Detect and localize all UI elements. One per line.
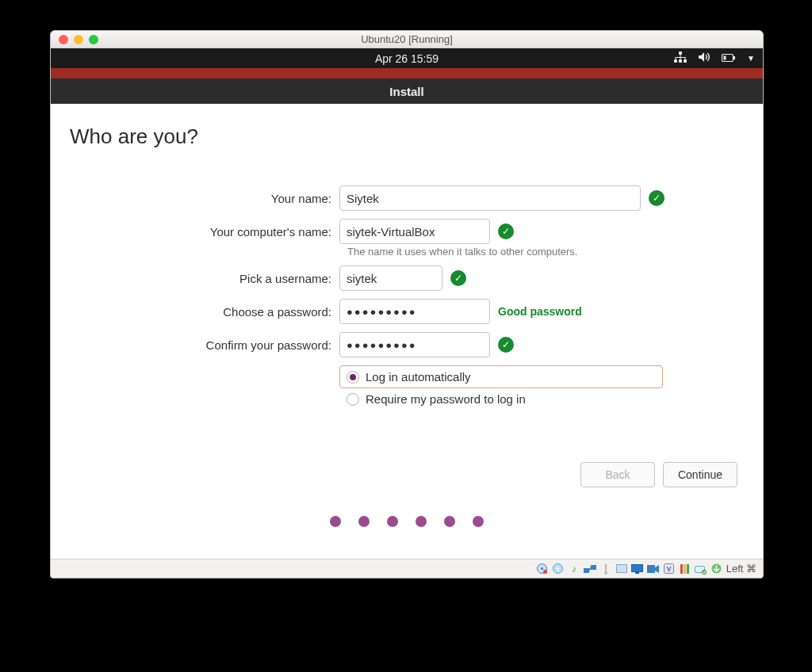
svg-rect-22 <box>647 565 655 573</box>
check-icon: ✓ <box>498 223 514 239</box>
svg-rect-8 <box>680 57 681 59</box>
dot-icon <box>330 516 341 527</box>
accent-strip <box>51 68 763 78</box>
optical-icon[interactable] <box>552 563 565 575</box>
username-input[interactable] <box>339 265 442 291</box>
login-options: Log in automatically Require my password… <box>339 365 744 410</box>
dot-icon <box>444 516 455 527</box>
host-key-arrow-icon <box>710 563 723 575</box>
your-name-input[interactable] <box>339 185 641 211</box>
svg-rect-21 <box>635 572 639 574</box>
radio-auto-login[interactable]: Log in automatically <box>339 365 663 388</box>
svg-text:V: V <box>667 565 672 573</box>
installer-title: Install <box>51 78 763 104</box>
mac-titlebar: Ubuntu20 [Running] <box>51 31 763 48</box>
password-strength: Good password <box>498 305 582 318</box>
svg-point-16 <box>557 567 559 570</box>
label-your-name: Your name: <box>70 192 339 205</box>
label-password: Choose a password: <box>70 305 339 319</box>
nav-buttons: Back Continue <box>70 462 744 487</box>
svg-rect-1 <box>674 59 677 63</box>
ubuntu-topbar: Apr 26 15:59 ▼ <box>51 48 763 68</box>
svg-rect-20 <box>632 564 643 571</box>
dot-icon <box>473 516 484 527</box>
svg-rect-11 <box>724 55 726 59</box>
check-icon: ✓ <box>498 337 514 353</box>
svg-point-14 <box>543 570 547 574</box>
radio-require-label: Require my password to log in <box>366 392 526 406</box>
window-controls <box>51 35 98 44</box>
radio-icon <box>347 371 359 384</box>
system-indicators[interactable]: ▼ <box>674 52 755 65</box>
svg-rect-2 <box>679 59 682 63</box>
user-form: Your name: ✓ Your computer's name: ✓ The… <box>70 185 744 527</box>
computer-name-help: The name it uses when it talks to other … <box>347 246 744 258</box>
recording-icon[interactable] <box>647 563 660 575</box>
network-adapter-icon[interactable] <box>584 563 596 575</box>
virtualbox-statusbar: ♪ V Left ⌘ <box>51 559 763 578</box>
vrde-icon[interactable]: V <box>663 563 676 575</box>
chevron-down-icon[interactable]: ▼ <box>747 54 755 63</box>
zoom-icon[interactable] <box>89 35 98 44</box>
check-icon: ✓ <box>450 270 466 286</box>
dot-icon <box>358 516 370 527</box>
svg-rect-17 <box>584 568 589 573</box>
dot-icon <box>416 516 427 527</box>
host-key-label: Left ⌘ <box>726 563 756 575</box>
close-icon[interactable] <box>59 35 68 44</box>
svg-point-19 <box>604 571 607 575</box>
svg-rect-3 <box>684 59 687 63</box>
label-confirm: Confirm your password: <box>70 338 339 352</box>
check-icon: ✓ <box>649 190 665 206</box>
audio-icon[interactable]: ♪ <box>568 563 580 575</box>
label-username: Pick a username: <box>70 272 339 285</box>
svg-rect-10 <box>733 56 735 59</box>
display-icon[interactable] <box>631 563 644 575</box>
shared-folder-icon[interactable] <box>615 563 628 575</box>
usb-icon[interactable] <box>599 563 612 575</box>
dot-icon <box>387 516 398 527</box>
progress-dots <box>70 516 744 527</box>
svg-rect-4 <box>680 55 681 57</box>
svg-rect-6 <box>676 57 676 59</box>
battery-icon[interactable] <box>722 52 736 65</box>
computer-name-input[interactable] <box>339 219 490 244</box>
clock: Apr 26 15:59 <box>375 52 439 65</box>
label-computer-name: Your computer's name: <box>70 225 339 239</box>
window-title: Ubuntu20 [Running] <box>51 33 763 45</box>
confirm-password-input[interactable] <box>339 332 490 357</box>
installer-content: Who are you? Your name: ✓ Your computer'… <box>51 104 763 559</box>
svg-rect-18 <box>591 565 596 570</box>
radio-auto-label: Log in automatically <box>366 370 471 384</box>
svg-point-13 <box>541 567 543 570</box>
harddisk-icon[interactable] <box>536 563 549 575</box>
password-input[interactable] <box>339 299 490 324</box>
mouse-integration-icon[interactable] <box>695 563 707 575</box>
radio-icon <box>347 393 359 406</box>
cpu-indicator-icon[interactable] <box>679 563 691 575</box>
volume-icon[interactable] <box>698 52 710 65</box>
svg-rect-0 <box>679 52 682 55</box>
radio-require-password[interactable]: Require my password to log in <box>339 388 744 410</box>
virtualbox-window: Ubuntu20 [Running] Apr 26 15:59 ▼ Instal… <box>50 30 764 578</box>
network-icon[interactable] <box>674 52 687 65</box>
minimize-icon[interactable] <box>74 35 83 44</box>
back-button[interactable]: Back <box>580 462 655 487</box>
page-title: Who are you? <box>70 124 744 149</box>
continue-button[interactable]: Continue <box>663 462 737 487</box>
svg-rect-7 <box>685 57 686 59</box>
